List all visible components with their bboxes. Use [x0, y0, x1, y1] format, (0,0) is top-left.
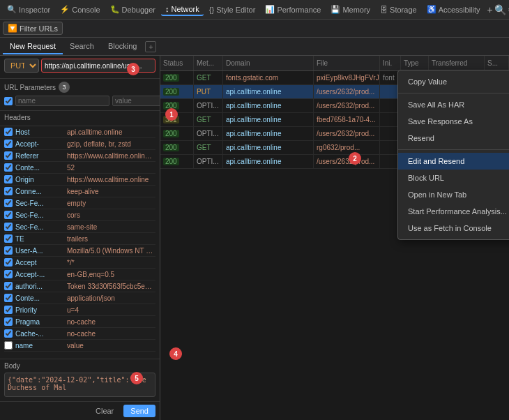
header-check[interactable]: [4, 163, 13, 172]
url-input[interactable]: [41, 59, 155, 73]
header-check[interactable]: [4, 282, 13, 290]
header-value: https://www.calltime.online/p...: [67, 152, 155, 160]
col-size: S...: [485, 56, 509, 70]
cell-file: /users/2632/prod...: [314, 99, 380, 112]
cell-domain: api.calltime.online: [223, 99, 314, 112]
header-value: https://www.calltime.online: [67, 176, 155, 183]
cell-status: 200: [160, 99, 194, 112]
cell-method: OPTI...: [194, 127, 223, 140]
header-check[interactable]: [4, 187, 13, 195]
header-check[interactable]: [4, 211, 13, 219]
cell-file: /users/2632/prod...: [314, 155, 380, 168]
header-check[interactable]: [4, 140, 13, 148]
header-check[interactable]: [4, 151, 13, 160]
cell-domain: api.calltime.online: [223, 141, 314, 154]
body-textarea[interactable]: {"date":"2024-12-02","title":"The Duches…: [4, 373, 155, 397]
context-menu-item[interactable]: Use as Fetch in Console: [398, 220, 509, 237]
context-menu-item[interactable]: Edit and Resend: [398, 153, 509, 170]
param-value[interactable]: [112, 96, 160, 106]
toolbar-console[interactable]: ⚡ Console: [56, 3, 104, 15]
toolbar-style-editor[interactable]: {} Style Editor: [205, 4, 260, 15]
header-check[interactable]: [4, 294, 13, 302]
send-button[interactable]: Send: [123, 405, 155, 417]
table-header: Status Met... Domain File Ini. Type Tran…: [160, 56, 509, 71]
tab-new-request[interactable]: New Request: [3, 39, 63, 54]
toolbar-performance[interactable]: 📊 Performance: [261, 3, 325, 15]
param-check[interactable]: [4, 97, 13, 105]
header-name: Sec-Fe...: [15, 211, 64, 219]
cell-method: GET: [194, 113, 223, 126]
col-file: File: [314, 56, 380, 70]
header-check[interactable]: [4, 199, 13, 207]
cell-domain: api.calltime.online: [223, 113, 314, 126]
toolbar-inspector[interactable]: 🔍 Inspector: [3, 3, 54, 15]
network-table: Status Met... Domain File Ini. Type Tran…: [160, 56, 509, 420]
header-row: Conte... application/json: [4, 292, 155, 304]
body-title: Body: [4, 362, 155, 370]
debugger-icon: 🐛: [110, 5, 120, 14]
header-value: value: [67, 342, 155, 350]
add-icon[interactable]: +: [487, 4, 493, 15]
url-params-section: URL Parameters 3: [0, 79, 160, 111]
header-check[interactable]: [4, 329, 13, 338]
header-check[interactable]: [4, 317, 13, 326]
toolbar-debugger[interactable]: 🐛 Debugger: [106, 3, 160, 15]
header-check[interactable]: [4, 258, 13, 267]
context-menu-item[interactable]: Resend: [398, 130, 509, 147]
toolbar-accessibility[interactable]: ♿ Accessibility: [423, 3, 485, 15]
header-check[interactable]: [4, 175, 13, 183]
header-check[interactable]: [4, 223, 13, 231]
context-menu-item[interactable]: Block URL: [398, 170, 509, 186]
tab-search[interactable]: Search: [63, 39, 101, 54]
header-name: Accept-...: [15, 271, 64, 278]
param-name[interactable]: [15, 96, 109, 106]
method-select[interactable]: PUTGETPOSTDELETE: [4, 59, 39, 73]
filter-icon: 🔽: [8, 24, 17, 33]
toolbar-memory[interactable]: 💾 Memory: [326, 3, 374, 15]
tab-options[interactable]: +: [145, 41, 156, 52]
context-menu-item[interactable]: Start Performance Analysis...: [398, 203, 509, 220]
context-menu-item[interactable]: Copy Value ›: [398, 73, 509, 90]
toolbar-network[interactable]: ↕ Network: [161, 3, 204, 16]
header-check[interactable]: [4, 128, 13, 136]
col-transferred: Transferred: [429, 56, 485, 70]
header-check[interactable]: [4, 246, 13, 255]
header-name: Cache-...: [15, 330, 64, 338]
header-row: Accept- gzip, deflate, br, zstd: [4, 138, 155, 150]
cell-domain: api.calltime.online: [223, 85, 314, 98]
cell-status: 200: [160, 127, 194, 140]
tab-blocking[interactable]: Blocking: [101, 39, 144, 54]
header-check[interactable]: [4, 341, 13, 350]
header-name: Sec-Fe...: [15, 223, 64, 231]
cell-file: fbed7658-1a70-4...: [314, 113, 380, 126]
header-row: Accept-... en-GB,enq=0.5: [4, 269, 155, 280]
col-status: Status: [160, 56, 194, 70]
header-value: 52: [67, 164, 155, 172]
header-check[interactable]: [4, 270, 13, 278]
filter-button[interactable]: 🔽 Filter URLs: [3, 22, 63, 35]
network-icon: ↕: [165, 5, 169, 13]
search-icon[interactable]: 🔍: [494, 4, 506, 15]
header-row: Origin https://www.calltime.online: [4, 174, 155, 186]
headers-title[interactable]: Headers: [4, 114, 155, 121]
header-check[interactable]: [4, 306, 13, 314]
toolbar-storage[interactable]: 🗄 Storage: [376, 4, 421, 15]
header-value: keep-alive: [67, 188, 155, 195]
cell-method: GET: [194, 141, 223, 154]
header-value: u=4: [67, 306, 155, 314]
context-menu-item[interactable]: Save Response As: [398, 113, 509, 130]
url-params-title[interactable]: URL Parameters 3: [4, 82, 155, 93]
clear-button[interactable]: Clear: [90, 405, 119, 417]
cell-method: OPTI...: [194, 155, 223, 168]
header-row: Priority u=4: [4, 304, 155, 316]
context-menu-item[interactable]: Save All As HAR: [398, 96, 509, 113]
body-section: Body {"date":"2024-12-02","title":"The D…: [0, 359, 160, 401]
context-menu-item[interactable]: Open in New Tab: [398, 186, 509, 203]
header-row: Sec-Fe... same-site: [4, 221, 155, 233]
performance-icon: 📊: [265, 5, 275, 14]
header-value: same-site: [67, 223, 155, 231]
cell-status: 200: [160, 155, 194, 168]
param-row: [4, 96, 155, 106]
header-name: Pragma: [15, 318, 64, 326]
header-check[interactable]: [4, 234, 13, 243]
